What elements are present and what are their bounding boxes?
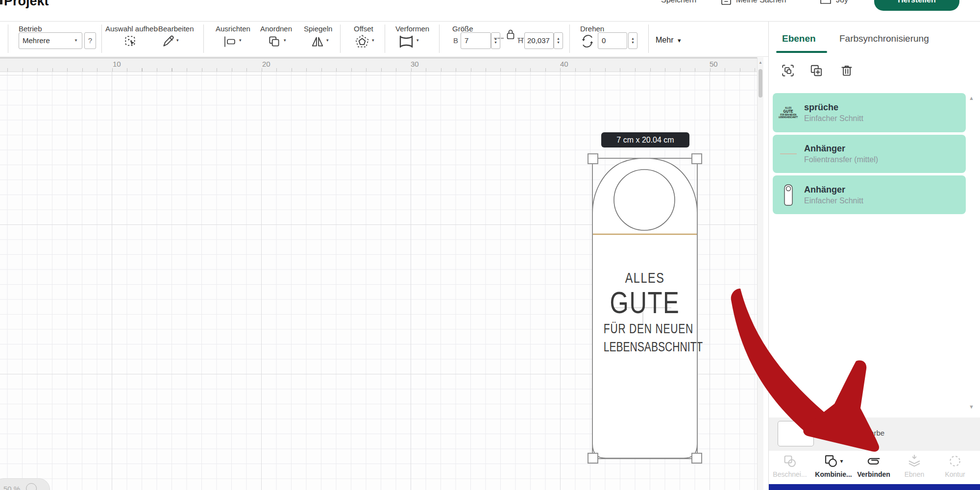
machine-select[interactable]: Joy: [836, 0, 848, 4]
more-button[interactable]: Mehr ▾: [656, 36, 681, 45]
tab-farbsync-label: Farbsynchronisierung: [839, 33, 929, 44]
tab-ebenen-label: Ebenen: [782, 33, 816, 44]
attach-label: Verbinden: [853, 470, 895, 478]
material-color-label: farbe: [868, 429, 884, 437]
contour-label: Kontur: [934, 470, 976, 478]
width-stepper[interactable]: ▲ ▼: [491, 32, 500, 49]
material-color-swatch[interactable]: [778, 421, 814, 446]
slice-icon: [783, 454, 797, 468]
panel-scroll-down-icon[interactable]: ▼: [969, 404, 974, 410]
ruler-tick-label: 50: [710, 60, 718, 68]
offset-caret-icon[interactable]: ▾: [372, 38, 374, 43]
size-tooltip: 7 cm x 20.04 cm: [601, 132, 689, 147]
combine-icon: [824, 454, 838, 468]
more-caret-icon: ▾: [678, 37, 681, 44]
zoom-control[interactable]: 50 %: [0, 478, 50, 490]
tab-ebenen[interactable]: Ebenen: [782, 33, 816, 44]
align-icon[interactable]: [223, 35, 237, 48]
footer-accent-bar: [769, 484, 980, 490]
lock-dash-left: [494, 38, 504, 39]
combine-button[interactable]: ▾ Kombinie...: [812, 454, 855, 478]
save-button[interactable]: Speichern: [661, 0, 696, 4]
tab-ebenen-underline: [776, 51, 827, 53]
operation-select[interactable]: Mehrere ▼: [19, 32, 82, 49]
door-hanger-shape[interactable]: ALLES GUTE FÜR DEN NEUEN LEBENSABSCHNITT: [592, 158, 698, 459]
toolbar-divider: [648, 24, 649, 53]
height-stepper[interactable]: ▲ ▼: [554, 32, 563, 49]
deform-caret-icon[interactable]: ▾: [416, 38, 419, 43]
deform-icon[interactable]: [398, 35, 415, 49]
zoom-in-icon[interactable]: [26, 483, 37, 490]
height-input[interactable]: 20,037: [524, 32, 554, 49]
panel-bottom-toolbar: Beschnei... ▾ Kombinie... Verbinden: [769, 451, 980, 484]
page-title: Projekt: [4, 0, 49, 9]
stepper-down-icon[interactable]: ▼: [494, 41, 497, 45]
combine-caret-icon: ▾: [840, 458, 843, 465]
arrange-icon[interactable]: [268, 35, 281, 49]
make-button[interactable]: Herstellen: [874, 0, 959, 11]
hanger-text-line: FÜR DEN NEUEN: [604, 320, 686, 338]
attach-button[interactable]: Verbinden: [853, 454, 895, 478]
thumb-text-line: LEBENSABSCHNITT: [779, 116, 798, 119]
duplicate-icon[interactable]: [809, 64, 823, 77]
clipped-word-fragment: [0, 0, 2, 4]
edit-caret-icon[interactable]: ▾: [176, 38, 179, 43]
align-caret-icon[interactable]: ▾: [239, 38, 242, 43]
width-field-label: B: [453, 36, 458, 45]
deselect-icon[interactable]: [123, 34, 137, 48]
hanger-text-line: LEBENSABSCHNITT: [604, 338, 686, 356]
layer-title: sprüche: [804, 101, 863, 113]
attach-paperclip-icon: [865, 454, 882, 468]
scroll-up-icon[interactable]: ▲: [759, 60, 762, 65]
mirror-caret-icon[interactable]: ▾: [326, 38, 329, 43]
scrollbar-thumb[interactable]: [759, 69, 762, 98]
panel-scroll-up-icon[interactable]: ▲: [969, 95, 974, 101]
tab-farbsynchronisierung[interactable]: Farbsynchronisierung: [839, 33, 929, 44]
zoom-value: 50 %: [3, 485, 20, 490]
layer-subtitle: Folientransfer (mittel): [804, 154, 878, 165]
rotate-stepper[interactable]: ▲ ▼: [628, 32, 637, 49]
ruler-tick-label: 10: [113, 60, 121, 68]
size-lock-icon[interactable]: [505, 28, 516, 41]
operation-value: Mehrere: [23, 36, 50, 45]
save-label: Speichern: [661, 0, 696, 4]
mirror-icon[interactable]: [311, 35, 324, 49]
select-all-icon[interactable]: [781, 64, 795, 77]
chevron-down-icon: ▼: [74, 33, 78, 49]
layer-item-anhaenger-schnitt[interactable]: Anhänger Einfacher Schnitt: [773, 175, 966, 214]
rotate-input[interactable]: 0: [598, 32, 627, 49]
layer-item-sprueche[interactable]: ALLES GUTE FÜR DEN NEUEN LEBENSABSCHNITT…: [773, 93, 966, 132]
arrange-caret-icon[interactable]: ▾: [284, 38, 286, 43]
toolbar: Betrieb Mehrere ▼ ? Auswahl aufheben Bea…: [0, 22, 768, 57]
rotate-icon[interactable]: [580, 34, 595, 49]
stepper-up-icon[interactable]: ▲: [631, 37, 635, 41]
make-button-label: Herstellen: [898, 0, 935, 4]
my-stuff-icon: [720, 0, 732, 6]
mirror-label: Spiegeln: [304, 24, 332, 33]
hanger-text-line: GUTE: [604, 286, 686, 318]
my-stuff-button[interactable]: Meine Sachen: [736, 0, 786, 4]
toolbar-divider: [101, 24, 102, 53]
stepper-down-icon[interactable]: ▼: [557, 41, 560, 45]
slice-label: Beschnei...: [769, 470, 811, 478]
stepper-up-icon[interactable]: ▲: [557, 37, 560, 41]
stepper-down-icon[interactable]: ▼: [631, 41, 635, 45]
ruler-tick-label: 30: [411, 60, 419, 68]
contour-icon: [948, 454, 962, 468]
size-tooltip-text: 7 cm x 20.04 cm: [616, 136, 674, 144]
toolbar-divider: [569, 24, 570, 53]
trash-icon[interactable]: [840, 64, 854, 77]
arrange-label: Anordnen: [260, 24, 292, 33]
more-label: Mehr: [656, 36, 673, 44]
layer-thumb-line: [773, 153, 804, 154]
canvas-scrollbar[interactable]: ▲: [757, 57, 763, 490]
layer-item-anhaenger-folie[interactable]: Anhänger Folientransfer (mittel): [773, 135, 966, 173]
help-button[interactable]: ?: [84, 32, 96, 49]
layer-subtitle: Einfacher Schnitt: [804, 196, 863, 206]
operation-label: Betrieb: [19, 24, 42, 33]
deselect-label: Auswahl aufheben: [105, 24, 158, 33]
width-input[interactable]: 7: [461, 32, 491, 49]
offset-icon[interactable]: [354, 34, 370, 49]
hanger-text-block[interactable]: ALLES GUTE FÜR DEN NEUEN LEBENSABSCHNITT: [604, 270, 686, 356]
edit-pencil-icon[interactable]: [162, 34, 175, 48]
